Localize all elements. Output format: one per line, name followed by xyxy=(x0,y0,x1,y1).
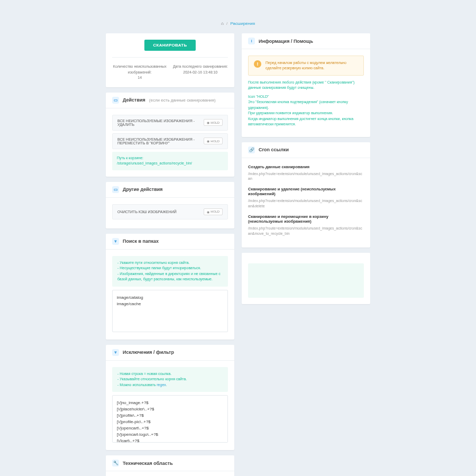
info-p2: Icon "HOLD" Это "безопасная кнопка подтв… xyxy=(248,94,364,127)
cron-scan: Создать данные сканирования /index.php?r… xyxy=(248,164,364,182)
scan-card: СКАНИРОВАТЬ Количество неиспользованных … xyxy=(106,33,234,87)
other-actions-card: ▭Другие действия ОЧИСТИТЬ КЭШ ИЗОБРАЖЕНИ… xyxy=(106,182,234,228)
hold-icon[interactable]: ◉ HOLD xyxy=(204,138,223,144)
warning-icon: ! xyxy=(254,60,261,68)
action-delete-all[interactable]: ВСЕ НЕИСПОЛЬЗУЕМЫЕ ИЗОБРАЖЕНИЯ - УДАЛИТЬ… xyxy=(112,115,228,131)
info-card: iИнформация / Помощь ! Перед началом раб… xyxy=(242,33,370,137)
backup-warning: ! Перед началом работы с модулем желател… xyxy=(248,56,364,76)
recycle-path: Путь к корзине:/storage/unused_images_ac… xyxy=(112,152,228,170)
action-move-bin[interactable]: ВСЕ НЕИСПОЛЬЗУЕМЫЕ ИЗОБРАЖЕНИЯ - ПЕРЕМЕС… xyxy=(112,133,228,149)
home-icon[interactable]: ⌂ xyxy=(221,21,224,26)
breadcrumb-ext[interactable]: Расширения xyxy=(231,21,255,26)
cron-move: Сканирование и перемещение в корзину (не… xyxy=(248,214,364,236)
exclusions-input[interactable] xyxy=(112,395,228,443)
filter-icon: ▼ xyxy=(112,349,119,356)
scan-button[interactable]: СКАНИРОВАТЬ xyxy=(144,40,195,51)
exclusions-card: ▼Исключения / фильтр Новая строка = нова… xyxy=(106,345,234,451)
link-icon: 🔗 xyxy=(248,147,255,153)
excl-help: Новая строка = новая ссылка.Указывайте о… xyxy=(112,367,228,392)
action-clear-cache[interactable]: ОЧИСТИТЬ КЭШ ИЗОБРАЖЕНИЙ ◉ HOLD xyxy=(112,204,228,219)
box-icon: ▭ xyxy=(112,186,119,193)
wrench-icon: 🔧 xyxy=(112,460,119,466)
search-folders-input[interactable] xyxy=(112,290,228,332)
breadcrumb: ⌂ / Расширения xyxy=(106,21,370,26)
tech-card: 🔧Техническая область ↻ ВОССТАНОВЛЕНИЕ ВС… xyxy=(106,455,234,476)
hold-icon[interactable]: ◉ HOLD xyxy=(204,119,223,126)
search-help: Укажите пути относительно корня сайта.Не… xyxy=(112,256,228,287)
info-icon: i xyxy=(248,38,255,44)
hold-icon[interactable]: ◉ HOLD xyxy=(204,208,223,215)
filter-icon: ▼ xyxy=(112,238,119,245)
info-p1: После выполнения любого действия (кроме … xyxy=(248,80,364,91)
stat-count: Количество неиспользованных изображений:… xyxy=(112,64,168,81)
cron-delete: Сканирование и удаление (неиспользуемых … xyxy=(248,187,364,209)
cron-card: 🔗Cron ссылки Создать данные сканирования… xyxy=(242,142,370,248)
stat-date: Дата последнего сканирования:2024-02-16 … xyxy=(173,64,228,81)
empty-block xyxy=(242,253,370,304)
search-folders-card: ▼Поиск в папках Укажите пути относительн… xyxy=(106,234,234,340)
box-icon: ▭ xyxy=(112,97,119,104)
actions-card: ▭Действия (если есть данные сканирования… xyxy=(106,93,234,177)
